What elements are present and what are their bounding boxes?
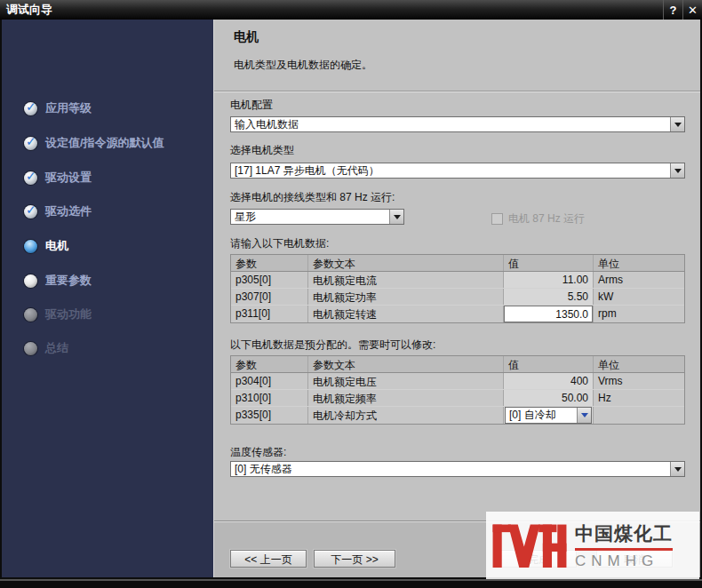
disabled-step-icon [24, 342, 37, 355]
table-row-p307: p307[0] 电机额定功率 5.50 kW [231, 289, 684, 306]
check-icon [24, 102, 37, 115]
col-header-unit: 单位 [594, 356, 684, 372]
motor-config-value: 输入电机数据 [231, 117, 670, 132]
value-edit-field[interactable]: 1350.0 [504, 306, 593, 322]
close-button[interactable]: ✕ [682, 0, 702, 20]
table-header-row: 参数 参数文本 值 单位 [231, 356, 684, 373]
table-row-p335: p335[0] 电机冷却方式 [0] 自冷却 [231, 407, 684, 424]
motor-data-table: 参数 参数文本 值 单位 p305[0] 电机额定电流 11.00 Arms p… [230, 254, 685, 323]
connection-type-label: 选择电机的接线类型和 87 Hz 运行: [230, 190, 395, 205]
col-header-unit: 单位 [594, 255, 684, 271]
check-icon [24, 171, 37, 185]
sidebar-item-motor[interactable]: 电机 [24, 237, 68, 255]
watermark-line2: CNMHG [575, 551, 673, 570]
col-header-value: 值 [504, 356, 594, 372]
sidebar-item-important-params[interactable]: 重要参数 [24, 272, 92, 290]
current-step-icon [24, 240, 37, 253]
connection-type-value: 星形 [231, 210, 389, 225]
value-cell[interactable]: 5.50 [504, 289, 594, 305]
param-text-cell: 电机额定转速 [308, 306, 504, 322]
window-bottom-border [0, 579, 702, 581]
sidebar-item-drive-functions: 驱动功能 [24, 306, 92, 323]
temp-sensor-label: 温度传感器: [230, 445, 286, 460]
preassigned-data-label: 以下电机数据是预分配的。需要时可以修改: [230, 338, 435, 353]
watermark: 中国煤化工 CNMHG [486, 512, 699, 579]
enter-motor-data-label: 请输入以下电机数据: [230, 236, 329, 251]
value-cell[interactable]: 400 [504, 373, 594, 389]
title-bar: 调试向导 ? ✕ [0, 0, 702, 20]
temp-sensor-value: [0] 无传感器 [231, 462, 670, 477]
col-header-param: 参数 [231, 356, 308, 372]
sidebar-item-summary: 总结 [24, 339, 68, 357]
table-row-p304: p304[0] 电机额定电压 400 Vrms [231, 373, 684, 390]
table-row-p305: p305[0] 电机额定电流 11.00 Arms [231, 272, 684, 289]
temp-sensor-select[interactable]: [0] 无传感器 [230, 461, 685, 477]
motor-type-label: 选择电机类型 [230, 143, 294, 158]
87hz-operation-row: 电机 87 Hz 运行 [491, 211, 585, 226]
chevron-down-icon[interactable] [389, 210, 403, 224]
param-text-cell: 电机额定频率 [308, 390, 504, 406]
check-icon [24, 205, 37, 219]
param-text-cell: 电机冷却方式 [308, 407, 504, 424]
unit-cell: Vrms [594, 373, 684, 389]
col-header-text: 参数文本 [308, 255, 504, 271]
sidebar-item-drive-setting[interactable]: 驱动设置 [24, 169, 92, 187]
window-title: 调试向导 [0, 2, 663, 18]
chevron-down-icon[interactable] [670, 462, 684, 476]
help-button[interactable]: ? [663, 0, 682, 20]
87hz-checkbox-label: 电机 87 Hz 运行 [508, 211, 585, 226]
cnmhg-logo-icon [491, 518, 568, 573]
param-cell: p335[0] [231, 407, 308, 424]
value-cell: [0] 自冷却 [504, 407, 594, 424]
chevron-down-icon[interactable] [670, 163, 684, 178]
col-header-value: 值 [504, 255, 594, 271]
param-cell: p304[0] [231, 373, 308, 389]
unit-cell: Arms [594, 272, 684, 288]
motor-config-select[interactable]: 输入电机数据 [230, 116, 685, 132]
table-header-row: 参数 参数文本 值 单位 [231, 255, 684, 272]
motor-type-select[interactable]: [17] 1LA7 异步电机（无代码） [230, 163, 685, 179]
wizard-step-sidebar: 应用等级 设定值/指令源的默认值 驱动设置 驱动选件 电机 重要参数 [2, 20, 213, 577]
87hz-checkbox[interactable] [491, 213, 503, 225]
page-title: 电机 [234, 29, 259, 45]
sidebar-item-setpoint-defaults[interactable]: 设定值/指令源的默认值 [24, 134, 164, 152]
disabled-step-icon [24, 308, 37, 322]
watermark-line1: 中国煤化工 [575, 521, 673, 551]
table-row-p311: p311[0] 电机额定转速 1350.0 rpm [231, 306, 684, 322]
col-header-text: 参数文本 [308, 356, 504, 372]
col-header-param: 参数 [231, 255, 308, 271]
motor-type-value: [17] 1LA7 异步电机（无代码） [231, 163, 670, 179]
unit-cell: Hz [594, 390, 684, 406]
next-page-button[interactable]: 下一页 >> [314, 550, 395, 568]
unit-cell: rpm [594, 306, 684, 322]
table-row-p310: p310[0] 电机额定频率 50.00 Hz [231, 390, 684, 407]
header-separator [214, 91, 700, 92]
wizard-dialog: 调试向导 ? ✕ 应用等级 设定值/指令源的默认值 驱动设置 驱动选件 [0, 0, 702, 588]
unit-cell: kW [594, 289, 684, 305]
param-text-cell: 电机额定电压 [308, 373, 504, 389]
param-text-cell: 电机额定电流 [308, 272, 504, 288]
watermark-text: 中国煤化工 CNMHG [575, 521, 673, 570]
param-cell: p310[0] [231, 390, 308, 406]
chevron-down-icon[interactable] [577, 408, 591, 423]
connection-type-select[interactable]: 星形 [230, 209, 404, 225]
prev-page-button[interactable]: << 上一页 [230, 550, 307, 568]
preassigned-data-table: 参数 参数文本 值 单位 p304[0] 电机额定电压 400 Vrms p31… [230, 355, 685, 425]
value-cell[interactable]: 50.00 [504, 390, 594, 406]
wizard-page-motor: 电机 电机类型及电机数据的确定。 电机配置 输入电机数据 选择电机类型 [17]… [213, 20, 700, 577]
param-text-cell: 电机额定功率 [308, 289, 504, 305]
dialog-body: 应用等级 设定值/指令源的默认值 驱动设置 驱动选件 电机 重要参数 [2, 20, 700, 577]
param-cell: p307[0] [231, 289, 308, 305]
check-icon [24, 137, 37, 150]
param-cell: p311[0] [231, 306, 308, 322]
sidebar-item-drive-options[interactable]: 驱动选件 [24, 203, 92, 220]
cooling-type-select[interactable]: [0] 自冷却 [505, 407, 592, 424]
value-cell[interactable]: 11.00 [504, 272, 594, 288]
sidebar-item-application-class[interactable]: 应用等级 [24, 99, 92, 117]
page-subtitle: 电机类型及电机数据的确定。 [234, 58, 372, 73]
param-cell: p305[0] [231, 272, 308, 288]
value-cell: 1350.0 [504, 306, 594, 322]
pending-step-icon [24, 274, 37, 288]
cooling-type-value: [0] 自冷却 [506, 408, 577, 423]
chevron-down-icon[interactable] [670, 117, 684, 131]
